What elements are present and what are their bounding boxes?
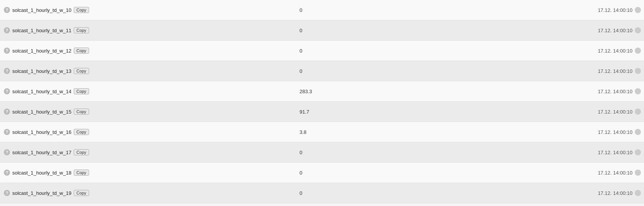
- clock-icon-16: [635, 129, 641, 135]
- copy-button-14[interactable]: Copy: [74, 88, 89, 94]
- col-name-13: ? solcast_1_hourly_td_w_13 Copy: [0, 68, 296, 74]
- table-row: ? solcast_1_hourly_td_w_11 Copy 0 17.12.…: [0, 20, 644, 41]
- timestamp-14: 17.12. 14:00:10: [598, 89, 632, 94]
- col-value-11: 0: [296, 28, 526, 33]
- item-name-11: solcast_1_hourly_td_w_11: [12, 28, 71, 33]
- copy-button-16[interactable]: Copy: [74, 129, 89, 135]
- col-name-19: ? solcast_1_hourly_td_w_19 Copy: [0, 190, 296, 196]
- help-icon-10[interactable]: ?: [4, 7, 10, 13]
- timestamp-19: 17.12. 14:00:10: [598, 190, 632, 196]
- help-icon-13[interactable]: ?: [4, 68, 10, 74]
- col-name-17: ? solcast_1_hourly_td_w_17 Copy: [0, 149, 296, 155]
- help-icon-16[interactable]: ?: [4, 129, 10, 135]
- clock-icon-10: [635, 7, 641, 13]
- item-name-15: solcast_1_hourly_td_w_15: [12, 109, 71, 115]
- col-time-12: 17.12. 14:00:10: [526, 48, 644, 54]
- item-name-16: solcast_1_hourly_td_w_16: [12, 129, 71, 135]
- table-row: ? solcast_1_hourly_td_w_18 Copy 0 17.12.…: [0, 163, 644, 183]
- clock-icon-12: [635, 48, 641, 54]
- col-name-16: ? solcast_1_hourly_td_w_16 Copy: [0, 129, 296, 135]
- item-name-12: solcast_1_hourly_td_w_12: [12, 48, 71, 54]
- copy-button-17[interactable]: Copy: [74, 149, 89, 155]
- item-name-13: solcast_1_hourly_td_w_13: [12, 68, 71, 74]
- col-name-12: ? solcast_1_hourly_td_w_12 Copy: [0, 48, 296, 54]
- copy-button-12[interactable]: Copy: [74, 48, 89, 54]
- col-value-15: 91.7: [296, 109, 526, 115]
- timestamp-15: 17.12. 14:00:10: [598, 109, 632, 115]
- col-time-19: 17.12. 14:00:10: [526, 190, 644, 196]
- clock-icon-17: [635, 149, 641, 155]
- table-row: ? solcast_1_hourly_td_w_19 Copy 0 17.12.…: [0, 183, 644, 203]
- timestamp-18: 17.12. 14:00:10: [598, 170, 632, 176]
- copy-button-15[interactable]: Copy: [74, 109, 89, 115]
- help-icon-18[interactable]: ?: [4, 170, 10, 176]
- item-name-18: solcast_1_hourly_td_w_18: [12, 170, 71, 176]
- col-time-10: 17.12. 14:00:10: [526, 7, 644, 13]
- col-time-14: 17.12. 14:00:10: [526, 88, 644, 94]
- col-name-18: ? solcast_1_hourly_td_w_18 Copy: [0, 170, 296, 176]
- clock-icon-14: [635, 88, 641, 94]
- item-name-17: solcast_1_hourly_td_w_17: [12, 150, 71, 155]
- copy-button-10[interactable]: Copy: [74, 7, 89, 13]
- help-icon-19[interactable]: ?: [4, 190, 10, 196]
- timestamp-12: 17.12. 14:00:10: [598, 48, 632, 54]
- table-row: ? solcast_1_hourly_td_w_16 Copy 3.8 17.1…: [0, 122, 644, 142]
- clock-icon-19: [635, 190, 641, 196]
- col-name-11: ? solcast_1_hourly_td_w_11 Copy: [0, 27, 296, 33]
- col-value-17: 0: [296, 150, 526, 155]
- table-row: ? solcast_1_hourly_td_w_17 Copy 0 17.12.…: [0, 142, 644, 163]
- col-value-19: 0: [296, 190, 526, 196]
- col-time-17: 17.12. 14:00:10: [526, 149, 644, 155]
- timestamp-17: 17.12. 14:00:10: [598, 150, 632, 155]
- col-name-14: ? solcast_1_hourly_td_w_14 Copy: [0, 88, 296, 94]
- table-row: ? solcast_1_hourly_td_w_15 Copy 91.7 17.…: [0, 102, 644, 122]
- timestamp-10: 17.12. 14:00:10: [598, 7, 632, 13]
- col-value-10: 0: [296, 7, 526, 13]
- table-row: ? solcast_1_hourly_td_w_13 Copy 0 17.12.…: [0, 61, 644, 81]
- help-icon-12[interactable]: ?: [4, 48, 10, 54]
- help-icon-15[interactable]: ?: [4, 109, 10, 115]
- table-row: ? solcast_1_hourly_td_w_12 Copy 0 17.12.…: [0, 41, 644, 61]
- copy-button-18[interactable]: Copy: [74, 170, 89, 176]
- col-value-12: 0: [296, 48, 526, 54]
- help-icon-11[interactable]: ?: [4, 27, 10, 33]
- timestamp-16: 17.12. 14:00:10: [598, 129, 632, 135]
- col-time-16: 17.12. 14:00:10: [526, 129, 644, 135]
- col-name-15: ? solcast_1_hourly_td_w_15 Copy: [0, 109, 296, 115]
- clock-icon-18: [635, 170, 641, 176]
- clock-icon-11: [635, 27, 641, 33]
- item-name-19: solcast_1_hourly_td_w_19: [12, 190, 71, 196]
- copy-button-11[interactable]: Copy: [74, 27, 89, 33]
- col-value-16: 3.8: [296, 129, 526, 135]
- item-name-10: solcast_1_hourly_td_w_10: [12, 7, 71, 13]
- copy-button-13[interactable]: Copy: [74, 68, 89, 74]
- timestamp-13: 17.12. 14:00:10: [598, 68, 632, 74]
- table-row: ? solcast_1_hourly_td_w_14 Copy 283.3 17…: [0, 81, 644, 102]
- col-time-18: 17.12. 14:00:10: [526, 170, 644, 176]
- col-time-11: 17.12. 14:00:10: [526, 27, 644, 33]
- copy-button-19[interactable]: Copy: [74, 190, 89, 196]
- clock-icon-15: [635, 109, 641, 115]
- col-value-18: 0: [296, 170, 526, 176]
- timestamp-11: 17.12. 14:00:10: [598, 28, 632, 33]
- col-value-13: 0: [296, 68, 526, 74]
- help-icon-17[interactable]: ?: [4, 149, 10, 155]
- help-icon-14[interactable]: ?: [4, 88, 10, 94]
- table-row: ? solcast_1_hourly_td_w_10 Copy 0 17.12.…: [0, 0, 644, 20]
- col-name-10: ? solcast_1_hourly_td_w_10 Copy: [0, 7, 296, 13]
- item-name-14: solcast_1_hourly_td_w_14: [12, 89, 71, 94]
- col-time-15: 17.12. 14:00:10: [526, 109, 644, 115]
- col-time-13: 17.12. 14:00:10: [526, 68, 644, 74]
- clock-icon-13: [635, 68, 641, 74]
- col-value-14: 283.3: [296, 89, 526, 94]
